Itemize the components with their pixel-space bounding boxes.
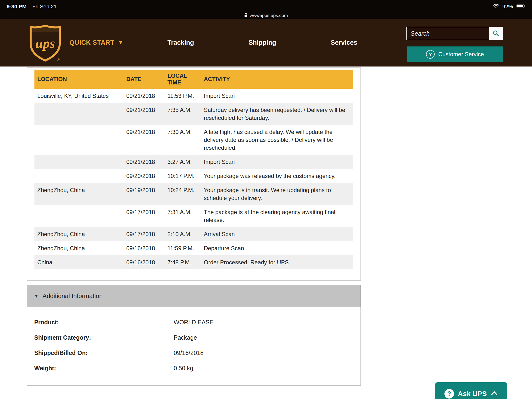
- status-bar-top: 9:30 PM Fri Sep 21 92%: [0, 0, 532, 12]
- additional-information-fields: Product:WORLD EASEShipment Category:Pack…: [27, 307, 361, 386]
- status-bar: 9:30 PM Fri Sep 21 92%: [0, 0, 532, 19]
- ups-logo[interactable]: ups ®: [29, 24, 62, 62]
- table-row: 09/21/20187:35 A.M.Saturday delivery has…: [34, 103, 353, 125]
- cell-date: 09/16/2018: [123, 241, 165, 255]
- cell-activity: Import Scan: [201, 89, 353, 103]
- table-row: ZhengZhou, China09/19/201810:24 P.M.Your…: [34, 183, 353, 205]
- cell-date: 09/17/2018: [123, 227, 165, 241]
- cell-location: ZhengZhou, China: [34, 227, 123, 241]
- cell-time: 7:30 A.M.: [165, 125, 201, 155]
- table-row: 09/21/20187:30 A.M.A late flight has cau…: [34, 125, 353, 155]
- url-bar[interactable]: wwwapps.ups.com: [0, 12, 532, 19]
- customer-service-button[interactable]: ? Customer Service: [407, 46, 503, 62]
- tracking-table: LOCATIONDATELOCAL TIMEACTIVITY Louisvill…: [34, 70, 353, 269]
- site-header: ups ® QUICK START ▼ TrackingShippingServ…: [0, 19, 532, 66]
- info-field: Product:WORLD EASE: [34, 315, 356, 330]
- info-field-label: Shipped/Billed On:: [34, 349, 174, 356]
- url-text: wwwapps.ups.com: [250, 13, 288, 18]
- cell-time: 7:48 P.M.: [165, 255, 201, 269]
- cell-time: 7:35 A.M.: [165, 103, 201, 125]
- tracking-head-row: LOCATIONDATELOCAL TIMEACTIVITY: [34, 70, 353, 89]
- chevron-up-icon: [491, 391, 498, 397]
- cell-activity: Order Processed: Ready for UPS: [201, 255, 353, 269]
- search-icon: [493, 30, 499, 37]
- column-header: DATE: [123, 70, 165, 89]
- cell-time: 7:31 A.M.: [165, 205, 201, 227]
- quick-start-label: QUICK START: [69, 39, 114, 46]
- caret-down-icon: ▼: [118, 40, 123, 45]
- cell-activity: Arrival Scan: [201, 227, 353, 241]
- table-row: 09/17/20187:31 A.M.The package is at the…: [34, 205, 353, 227]
- info-field-value: Package: [174, 334, 197, 341]
- table-row: ZhengZhou, China09/17/20182:10 A.M.Arriv…: [34, 227, 353, 241]
- cell-activity: Departure Scan: [201, 241, 353, 255]
- cell-time: 11:59 P.M.: [165, 241, 201, 255]
- screen: 9:30 PM Fri Sep 21 92%: [0, 0, 532, 399]
- status-date: Fri Sep 21: [32, 4, 57, 10]
- question-icon: ?: [426, 50, 435, 59]
- cell-location: [34, 205, 123, 227]
- tracking-body: Louisville, KY, United States09/21/20181…: [34, 89, 353, 269]
- cell-date: 09/16/2018: [123, 255, 165, 269]
- cell-date: 09/20/2018: [123, 169, 165, 183]
- quick-start-menu[interactable]: QUICK START ▼: [69, 19, 123, 66]
- nav-item-shipping[interactable]: Shipping: [248, 39, 276, 46]
- status-time: 9:30 PM: [7, 4, 26, 10]
- cell-location: Louisville, KY, United States: [34, 89, 123, 103]
- info-field-label: Product:: [34, 319, 174, 326]
- column-header: LOCATION: [34, 70, 123, 89]
- cell-location: ZhengZhou, China: [34, 241, 123, 255]
- search-input[interactable]: [407, 27, 489, 40]
- ask-ups-button[interactable]: ? Ask UPS: [435, 382, 507, 399]
- cell-date: 09/21/2018: [123, 103, 165, 125]
- additional-information-header[interactable]: ▼ Additional Information: [27, 285, 361, 307]
- info-field-label: Shipment Category:: [34, 334, 174, 341]
- cell-date: 09/17/2018: [123, 205, 165, 227]
- cell-location: [34, 125, 123, 155]
- battery-icon: [516, 4, 525, 10]
- additional-info-fields: Product:WORLD EASEShipment Category:Pack…: [34, 315, 356, 376]
- cell-location: [34, 103, 123, 125]
- cell-activity: Your package is in transit. We're updati…: [201, 183, 353, 205]
- cell-time: 11:53 P.M.: [165, 89, 201, 103]
- lock-icon: [244, 13, 247, 19]
- cell-date: 09/19/2018: [123, 183, 165, 205]
- status-right: 92%: [493, 3, 525, 10]
- battery-percent: 92%: [502, 4, 513, 10]
- table-row: China09/16/20187:48 P.M.Order Processed:…: [34, 255, 353, 269]
- customer-service-label: Customer Service: [438, 51, 484, 58]
- question-icon: ?: [444, 389, 454, 399]
- cell-location: China: [34, 255, 123, 269]
- info-field: Shipped/Billed On:09/16/2018: [34, 345, 356, 361]
- tracking-activity-card: LOCATIONDATELOCAL TIMEACTIVITY Louisvill…: [27, 67, 361, 281]
- table-row: 09/21/20183:27 A.M.Import Scan: [34, 155, 353, 169]
- table-row: Louisville, KY, United States09/21/20181…: [34, 89, 353, 103]
- search-button[interactable]: [489, 27, 503, 40]
- table-row: ZhengZhou, China09/16/201811:59 P.M.Depa…: [34, 241, 353, 255]
- wifi-icon: [493, 3, 500, 10]
- cell-time: 10:17 P.M.: [165, 169, 201, 183]
- info-field-label: Weight:: [34, 365, 174, 372]
- nav-item-services[interactable]: Services: [331, 39, 357, 46]
- caret-down-icon: ▼: [34, 293, 39, 299]
- info-field: Shipment Category:Package: [34, 330, 356, 345]
- cell-activity: Saturday delivery has been requested. / …: [201, 103, 353, 125]
- cell-location: [34, 169, 123, 183]
- cell-activity: A late flight has caused a delay. We wil…: [201, 125, 353, 155]
- cell-activity: The package is at the clearing agency aw…: [201, 205, 353, 227]
- additional-information-section: ▼ Additional Information Product:WORLD E…: [27, 285, 361, 386]
- additional-information-title: Additional Information: [43, 292, 103, 300]
- svg-text:®: ®: [57, 58, 60, 62]
- main-nav: TrackingShippingServices: [167, 19, 357, 66]
- cell-time: 2:10 A.M.: [165, 227, 201, 241]
- cell-location: ZhengZhou, China: [34, 183, 123, 205]
- svg-text:ups: ups: [35, 36, 55, 51]
- cell-date: 09/21/2018: [123, 155, 165, 169]
- nav-item-tracking[interactable]: Tracking: [167, 39, 194, 46]
- cell-activity: Your package was released by the customs…: [201, 169, 353, 183]
- table-row: 09/20/201810:17 P.M.Your package was rel…: [34, 169, 353, 183]
- cell-time: 3:27 A.M.: [165, 155, 201, 169]
- status-left: 9:30 PM Fri Sep 21: [7, 4, 57, 10]
- search-box: [406, 27, 503, 40]
- info-field-value: 0.50 kg: [174, 365, 193, 372]
